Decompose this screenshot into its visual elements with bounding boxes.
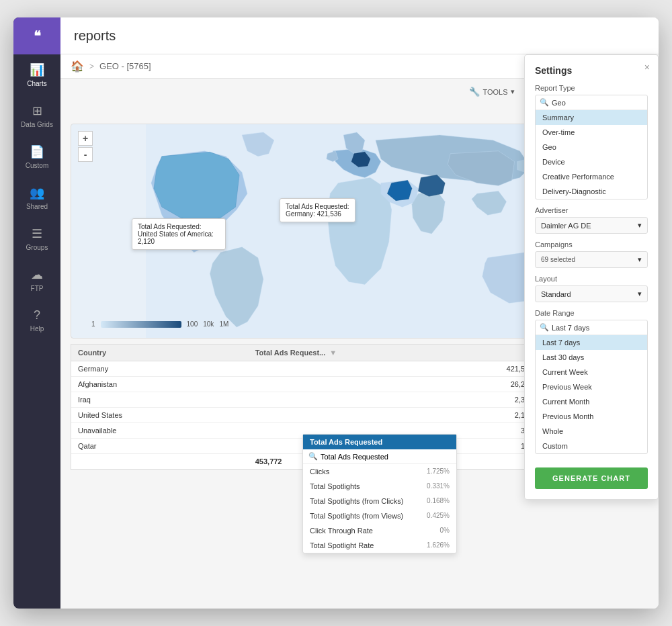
map-legend: 1 100 10k 1M	[91, 320, 228, 328]
date-option-whole[interactable]: Whole	[536, 424, 647, 439]
tooltip-germany-title: Total Ads Requested:	[286, 203, 349, 210]
col-item-spotlights-clicks[interactable]: Total Spotlights (from Clicks) 0.168%	[303, 494, 456, 508]
help-icon: ?	[34, 308, 40, 322]
breadcrumb-separator: >	[89, 62, 94, 71]
campaigns-label: Campaigns	[535, 240, 648, 249]
campaigns-section: Campaigns 69 selected ▾	[535, 240, 648, 268]
top-bar: reports	[60, 17, 659, 54]
col-item-spotlight-rate[interactable]: Total Spotlight Rate 1.626%	[303, 538, 456, 553]
breadcrumb-home[interactable]: 🏠	[71, 60, 84, 73]
tooltip-germany-value: Germany: 421,536	[286, 210, 349, 218]
zoom-buttons: + -	[78, 131, 93, 162]
col-search-icon: 🔍	[308, 452, 318, 461]
sidebar-label-charts: Charts	[27, 80, 46, 87]
campaigns-field[interactable]: 69 selected ▾	[535, 251, 648, 268]
report-type-option-summary[interactable]: Summary	[536, 110, 647, 125]
tools-icon: 🔧	[469, 87, 480, 97]
advertiser-label: Advertiser	[535, 206, 648, 214]
app-wrapper: ❝ 📊 Charts ⊞ Data Grids 📄 Custom 👥 Share…	[13, 17, 659, 609]
sidebar-label-data-grids: Data Grids	[21, 121, 53, 128]
data-grids-icon: ⊞	[32, 103, 42, 118]
report-type-option-over-time[interactable]: Over-time	[536, 125, 647, 140]
zoom-out-button[interactable]: -	[78, 147, 93, 162]
tools-label: TOOLS	[482, 88, 507, 96]
col-item-total-spotlights[interactable]: Total Spotlights 0.331%	[303, 479, 456, 494]
report-type-option-geo[interactable]: Geo	[536, 140, 647, 154]
zoom-in-button[interactable]: +	[78, 131, 93, 146]
legend-label-1: 1	[91, 320, 95, 328]
sidebar-item-shared[interactable]: 👥 Shared	[13, 177, 60, 218]
col-header-country[interactable]: Country	[71, 345, 249, 361]
sidebar-item-groups[interactable]: ☰ Groups	[13, 218, 60, 259]
layout-value: Standard	[541, 290, 571, 298]
settings-close-button[interactable]: ×	[644, 62, 650, 73]
report-type-search-input[interactable]	[552, 99, 643, 107]
report-type-label: Report Type	[535, 84, 648, 92]
sidebar-item-help[interactable]: ? Help	[13, 300, 60, 341]
cell-total-ads: 2,386	[249, 392, 540, 408]
col-dropdown-search-row: 🔍	[303, 449, 456, 464]
tools-button[interactable]: 🔧 TOOLS ▾	[464, 84, 519, 99]
custom-icon: 📄	[30, 144, 44, 159]
col-header-total-ads[interactable]: Total Ads Request... ▼	[249, 345, 540, 361]
settings-panel: Settings × Report Type 🔍 Summary Over-ti…	[524, 54, 659, 500]
date-option-custom[interactable]: Custom	[536, 439, 647, 453]
cell-total-ads: 421,536	[249, 361, 540, 377]
layout-chevron: ▾	[638, 289, 642, 298]
total-country	[71, 454, 249, 470]
groups-icon: ☰	[32, 226, 42, 241]
date-search-input[interactable]	[552, 324, 643, 332]
search-icon: 🔍	[540, 98, 549, 107]
layout-label: Layout	[535, 275, 648, 283]
col-item-clicks[interactable]: Clicks 1.725%	[303, 464, 456, 479]
campaigns-value: 69 selected	[541, 256, 575, 263]
report-type-search: 🔍	[536, 95, 647, 110]
app-logo[interactable]: ❝	[13, 17, 60, 54]
advertiser-chevron: ▾	[638, 221, 642, 230]
report-type-dropdown: 🔍 Summary Over-time Geo Device Creative …	[535, 95, 648, 199]
logo-icon: ❝	[34, 28, 41, 44]
sidebar-item-ftp[interactable]: ☁ FTP	[13, 259, 60, 300]
date-option-last30[interactable]: Last 30 days	[536, 350, 647, 365]
advertiser-value: Daimler AG DE	[541, 222, 591, 230]
sidebar-label-shared: Shared	[26, 203, 48, 210]
legend-label-2: 100	[187, 320, 198, 328]
ftp-icon: ☁	[31, 267, 43, 282]
report-type-option-device[interactable]: Device	[536, 154, 647, 169]
generate-chart-button[interactable]: GENERATE CHART	[535, 467, 648, 489]
col-item-ctr[interactable]: Click Through Rate 0%	[303, 523, 456, 538]
cell-country: Iraq	[71, 392, 249, 408]
cell-country: United States	[71, 408, 249, 423]
date-option-current-week[interactable]: Current Week	[536, 365, 647, 379]
cell-total-ads: 26,296	[249, 377, 540, 392]
cell-country: Germany	[71, 361, 249, 377]
tooltip-usa-value: United States of America: 2,120	[138, 230, 220, 245]
report-type-section: Report Type 🔍 Summary Over-time Geo Devi…	[535, 84, 648, 199]
report-type-option-creative[interactable]: Creative Performance	[536, 169, 647, 184]
date-search-icon: 🔍	[540, 323, 549, 332]
column-search-dropdown: Total Ads Requested 🔍 Clicks 1.725% Tota…	[302, 434, 457, 553]
col-search-input[interactable]	[321, 453, 451, 461]
date-option-last7[interactable]: Last 7 days	[536, 335, 647, 350]
report-type-option-delivery[interactable]: Delivery-Diagnostic	[536, 184, 647, 199]
col-item-spotlights-views[interactable]: Total Spotlights (from Views) 0.425%	[303, 508, 456, 523]
date-option-current-month[interactable]: Current Month	[536, 394, 647, 409]
tooltip-usa: Total Ads Requested: United States of Am…	[132, 218, 226, 250]
page-title: reports	[74, 28, 116, 44]
legend-label-3: 10k	[203, 320, 214, 328]
layout-field[interactable]: Standard ▾	[535, 285, 648, 302]
legend-gradient	[101, 321, 181, 328]
sidebar-label-custom: Custom	[26, 162, 48, 169]
date-search: 🔍	[536, 320, 647, 335]
tools-chevron-icon: ▾	[511, 87, 515, 96]
sidebar-item-charts[interactable]: 📊 Charts	[13, 54, 60, 95]
tooltip-usa-title: Total Ads Requested:	[138, 223, 220, 230]
advertiser-field[interactable]: Daimler AG DE ▾	[535, 217, 648, 234]
date-option-previous-week[interactable]: Previous Week	[536, 379, 647, 394]
sidebar-item-data-grids[interactable]: ⊞ Data Grids	[13, 95, 60, 136]
sidebar-label-ftp: FTP	[31, 285, 44, 292]
sidebar-label-groups: Groups	[26, 244, 48, 251]
sidebar-item-custom[interactable]: 📄 Custom	[13, 136, 60, 177]
date-option-previous-month[interactable]: Previous Month	[536, 409, 647, 424]
shared-icon: 👥	[30, 185, 44, 200]
